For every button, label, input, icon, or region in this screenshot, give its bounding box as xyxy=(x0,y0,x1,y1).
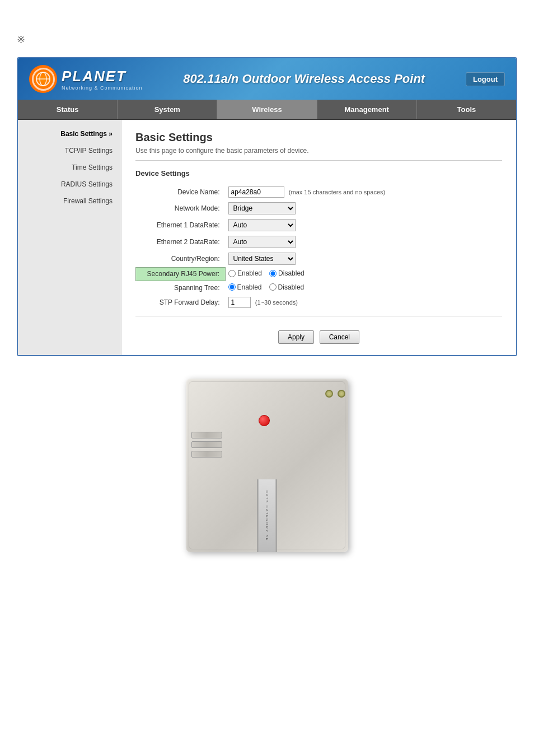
port-connector-2 xyxy=(191,441,222,448)
nav-item-status[interactable]: Status xyxy=(18,100,118,119)
cancel-button[interactable]: Cancel xyxy=(320,330,359,344)
main-content: Basic Settings TCP/IP Settings Time Sett… xyxy=(18,120,516,355)
logo-area: PLANET Networking & Communication xyxy=(29,65,143,93)
sidebar-item-time[interactable]: Time Settings xyxy=(18,159,121,176)
secondary-rj45-disabled-radio[interactable] xyxy=(269,270,277,277)
eth1-datarate-label: Ethernet 1 DataRate: xyxy=(136,217,226,234)
logo-icon xyxy=(29,65,57,93)
nav-item-management[interactable]: Management xyxy=(317,100,417,119)
port-connectors xyxy=(191,432,222,458)
router-panel: PLANET Networking & Communication 802.11… xyxy=(17,57,517,356)
stp-delay-input[interactable] xyxy=(228,297,251,308)
svg-point-1 xyxy=(40,72,46,86)
country-region-label: Country/Region: xyxy=(136,250,226,267)
sidebar-item-tcp-ip[interactable]: TCP/IP Settings xyxy=(18,142,121,159)
logo-text: PLANET Networking & Communication xyxy=(62,68,143,91)
network-mode-label: Network Mode: xyxy=(136,200,226,217)
page-title: Basic Settings xyxy=(135,131,502,144)
country-region-row: Country/Region: United States Europe Jap… xyxy=(136,250,502,267)
sidebar-item-radius[interactable]: RADIUS Settings xyxy=(18,176,121,193)
spanning-tree-disabled-radio[interactable] xyxy=(269,283,277,291)
device-body: CAT5 CATEGORY 5E xyxy=(186,379,348,552)
secondary-rj45-enabled-label: Enabled xyxy=(228,269,262,277)
header-title: 802.11a/n Outdoor Wireless Access Point xyxy=(143,72,466,86)
stp-delay-row: STP Forward Delay: (1~30 seconds) xyxy=(136,295,502,310)
eth1-datarate-select[interactable]: Auto 10Mbps 100Mbps xyxy=(228,219,296,231)
device-name-row: Device Name: (max 15 characters and no s… xyxy=(136,184,502,200)
port-connector-3 xyxy=(191,451,222,458)
eth2-datarate-select[interactable]: Auto 10Mbps 100Mbps xyxy=(228,236,296,248)
cable-label: CAT5 CATEGORY 5E xyxy=(265,491,269,542)
secondary-rj45-radio-group: Enabled Disabled xyxy=(228,269,305,277)
port-connector-1 xyxy=(191,432,222,438)
spanning-tree-row: Spanning Tree: Enabled Disabl xyxy=(136,281,502,295)
section-title: Device Settings xyxy=(135,169,502,178)
page-description: Use this page to configure the basic par… xyxy=(135,147,502,161)
nav-item-wireless[interactable]: Wireless xyxy=(217,100,317,119)
cable-port: CAT5 CATEGORY 5E xyxy=(257,479,277,552)
spanning-tree-disabled-label: Disabled xyxy=(269,283,305,291)
eth2-datarate-row: Ethernet 2 DataRate: Auto 10Mbps 100Mbps xyxy=(136,234,502,250)
antenna-connectors xyxy=(325,390,345,398)
button-row: Apply Cancel xyxy=(135,325,502,344)
spanning-tree-enabled-radio[interactable] xyxy=(228,283,236,291)
nav-item-system[interactable]: System xyxy=(118,100,217,119)
brand-tagline: Networking & Communication xyxy=(62,85,143,91)
content-area: Basic Settings Use this page to configur… xyxy=(121,120,516,355)
logout-button[interactable]: Logout xyxy=(466,72,505,86)
device-name-input[interactable] xyxy=(228,186,284,198)
secondary-rj45-disabled-label: Disabled xyxy=(269,269,305,277)
antenna-connector-right xyxy=(338,390,345,398)
svg-point-0 xyxy=(36,72,50,86)
secondary-rj45-label: Secondary RJ45 Power: xyxy=(136,267,226,281)
stp-delay-hint: (1~30 seconds) xyxy=(255,299,298,306)
form-divider xyxy=(135,316,502,316)
eth2-datarate-label: Ethernet 2 DataRate: xyxy=(136,234,226,250)
country-region-select[interactable]: United States Europe Japan xyxy=(228,253,296,265)
network-mode-row: Network Mode: Bridge Router xyxy=(136,200,502,217)
nav-item-tools[interactable]: Tools xyxy=(417,100,516,119)
stp-delay-label: STP Forward Delay: xyxy=(136,295,226,310)
sidebar-item-firewall[interactable]: Firewall Settings xyxy=(18,193,121,209)
spanning-tree-label: Spanning Tree: xyxy=(136,281,226,295)
router-header: PLANET Networking & Communication 802.11… xyxy=(18,58,516,100)
apply-button[interactable]: Apply xyxy=(278,330,314,344)
nav-bar: Status System Wireless Management Tools xyxy=(18,100,516,120)
settings-form: Device Name: (max 15 characters and no s… xyxy=(135,184,502,310)
antenna-connector-left xyxy=(325,390,333,398)
sidebar-item-basic-settings[interactable]: Basic Settings xyxy=(18,125,121,142)
device-name-hint: (max 15 characters and no spaces) xyxy=(289,189,385,195)
brand-name: PLANET xyxy=(62,68,143,85)
eth1-datarate-row: Ethernet 1 DataRate: Auto 10Mbps 100Mbps xyxy=(136,217,502,234)
spanning-tree-enabled-label: Enabled xyxy=(228,283,262,291)
hardware-image-area: CAT5 CATEGORY 5E xyxy=(17,379,517,552)
network-mode-select[interactable]: Bridge Router xyxy=(228,202,296,214)
device-photo: CAT5 CATEGORY 5E xyxy=(186,379,348,552)
asterisk-symbol: ※ xyxy=(17,34,517,46)
secondary-rj45-row: Secondary RJ45 Power: Enabled xyxy=(136,267,502,281)
secondary-rj45-enabled-radio[interactable] xyxy=(228,270,236,277)
spanning-tree-radio-group: Enabled Disabled xyxy=(228,283,305,291)
sidebar: Basic Settings TCP/IP Settings Time Sett… xyxy=(18,120,121,355)
device-name-label: Device Name: xyxy=(136,184,226,200)
reset-button-indicator xyxy=(259,415,270,426)
